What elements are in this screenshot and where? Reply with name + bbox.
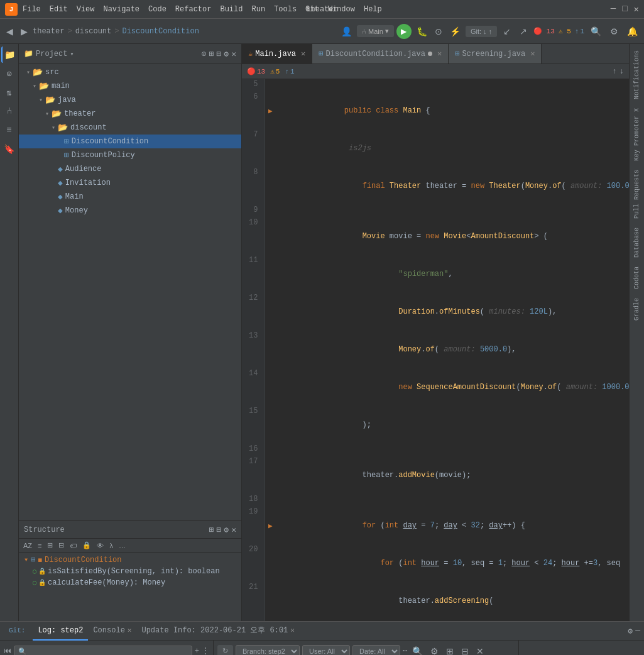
lambda-button[interactable]: λ [107, 541, 115, 550]
structure-collapse-icon[interactable]: ⊟ [217, 525, 222, 535]
tab-main-java[interactable]: ☕ Main.java ✕ [242, 44, 312, 64]
filter-icon[interactable]: ⋯ [403, 646, 407, 655]
main-branch-button[interactable]: ⑃ Main ▾ [357, 25, 394, 37]
menu-code[interactable]: Code [148, 5, 166, 14]
settings-icon[interactable]: ⚙ [628, 626, 633, 636]
nav-first-icon[interactable]: ⏮ [4, 646, 11, 655]
expand-all-button[interactable]: ⊞ [45, 541, 55, 550]
collapse-all-button[interactable]: ⊟ [57, 541, 66, 550]
more-button[interactable]: … [117, 541, 128, 550]
tab-console[interactable]: Console ✕ [88, 622, 136, 641]
tree-item-discountcondition[interactable]: ⊞ DiscountCondition [19, 135, 241, 148]
menu-file[interactable]: File [23, 5, 41, 14]
close-commits-button[interactable]: ✕ [474, 645, 486, 656]
sidebar-structure-icon[interactable]: ≡ [1, 122, 18, 138]
gear-icon[interactable]: 🔔 [625, 25, 640, 38]
minimize-button[interactable]: ─ [611, 4, 616, 14]
menu-help[interactable]: Help [364, 5, 382, 14]
panel-settings-icon[interactable]: ⚙ [224, 49, 229, 59]
minimize-icon[interactable]: ─ [635, 626, 640, 636]
profile-button[interactable]: ⚡ [447, 25, 463, 38]
search-commits-button[interactable]: 🔍 [410, 645, 425, 656]
tab-close-button[interactable]: ✕ [530, 49, 535, 58]
user-select[interactable]: User: All [302, 645, 350, 656]
sidebar-commit-icon[interactable]: ⊙ [1, 65, 18, 82]
structure-expand-icon[interactable]: ⊞ [209, 525, 214, 535]
nav-down-icon[interactable]: ↓ [619, 67, 624, 76]
nav-up-icon[interactable]: ↑ [613, 67, 617, 76]
search-button[interactable]: 🔍 [588, 25, 604, 38]
tree-item-discountpolicy[interactable]: ⊞ DiscountPolicy [19, 148, 241, 162]
refresh-button[interactable]: ↻ [217, 645, 233, 655]
tab-screening[interactable]: ⊞ Screening.java ✕ [449, 44, 542, 64]
more-options-button[interactable]: ⚙ [428, 645, 441, 656]
sidebar-project-icon[interactable]: 📁 [1, 47, 18, 63]
structure-method-1[interactable]: ◯ 🔒 isSatisfiedBy(Screening, int): boole… [21, 566, 239, 577]
panel-search-icon[interactable]: ⊙ [202, 49, 207, 59]
expand-button[interactable]: ⊞ [444, 645, 456, 656]
right-tab-database[interactable]: Database [632, 224, 641, 261]
run-button[interactable]: ▶ [396, 24, 412, 39]
structure-settings-icon[interactable]: ⚙ [224, 525, 229, 535]
sort-type-button[interactable]: ≡ [36, 541, 43, 550]
tree-item-theater[interactable]: ▾ 📂 theater [19, 107, 241, 121]
date-select[interactable]: Date: All [352, 645, 400, 656]
debug-button[interactable]: 🐛 [414, 25, 430, 38]
right-tab-pull-requests[interactable]: Pull Requests [632, 166, 641, 223]
menu-tools[interactable]: Tools [274, 5, 297, 14]
add-branch-icon[interactable]: + [195, 647, 199, 656]
tab-log[interactable]: Log: step2 [33, 622, 88, 641]
sidebar-pullrequest-icon[interactable]: ⇅ [1, 84, 18, 101]
maximize-button[interactable]: □ [622, 4, 627, 14]
panel-close-icon[interactable]: ✕ [231, 49, 236, 59]
right-tab-codota[interactable]: Codota [632, 263, 641, 293]
close-button[interactable]: ✕ [634, 4, 639, 14]
tree-item-java[interactable]: ▾ 📂 java [19, 93, 241, 107]
tab-update[interactable]: Update Info: 2022-06-21 오후 6:01 ✕ [136, 622, 299, 641]
menu-run[interactable]: Run [251, 5, 265, 14]
branch-select[interactable]: Branch: step2 [236, 645, 300, 656]
menu-navigate[interactable]: Navigate [103, 5, 139, 14]
code-editor[interactable]: 5 6 ▶ public class Main { 7 [242, 79, 629, 621]
sidebar-git-icon[interactable]: ⑃ [1, 103, 18, 119]
tree-item-audience[interactable]: ◆ Audience [19, 162, 241, 176]
tab-discountcondition[interactable]: ⊞ DiscountCondition.java ✕ [312, 44, 449, 64]
tab-close-button[interactable]: ✕ [301, 49, 305, 58]
breadcrumb-class[interactable]: DiscountCondition [122, 27, 199, 36]
sort-alpha-button[interactable]: AZ [21, 541, 34, 550]
update-button[interactable]: ↙ [501, 25, 513, 38]
sidebar-bookmark-icon[interactable]: 🔖 [1, 141, 18, 157]
right-tab-notifications[interactable]: Notifications [632, 47, 641, 103]
menu-view[interactable]: View [77, 5, 95, 14]
tree-item-money[interactable]: ◆ Money [19, 204, 241, 217]
push-button[interactable]: ↗ [517, 25, 530, 38]
branch-search-input[interactable] [14, 646, 192, 656]
user-icon[interactable]: 👤 [339, 25, 354, 38]
right-tab-gradle[interactable]: Gradle [632, 294, 641, 324]
nav-back-button[interactable]: ◀ [4, 25, 16, 38]
breadcrumb-discount[interactable]: discount [75, 27, 112, 36]
panel-collapse-icon[interactable]: ⊟ [217, 49, 222, 59]
tab-close-button[interactable]: ✕ [437, 49, 442, 58]
tab-close-button[interactable]: ✕ [128, 626, 132, 634]
tree-item-invitation[interactable]: ◆ Invitation [19, 176, 241, 190]
settings-button[interactable]: ⚙ [608, 25, 621, 38]
menu-build[interactable]: Build [220, 5, 243, 14]
filter-button[interactable]: 🏷 [68, 541, 79, 550]
tree-item-main[interactable]: ▾ 📂 main [19, 79, 241, 93]
git-status-button[interactable]: Git: ↓ ↑ [466, 26, 497, 37]
tree-item-discount[interactable]: ▾ 📂 discount [19, 121, 241, 135]
tree-item-src[interactable]: ▾ 📂 src [19, 65, 241, 79]
collapse-button[interactable]: ⊟ [459, 645, 471, 656]
nav-forward-button[interactable]: ▶ [18, 25, 30, 38]
panel-expand-icon[interactable]: ⊞ [209, 49, 214, 59]
tab-close-button[interactable]: ✕ [290, 626, 295, 634]
lock-button[interactable]: 🔒 [80, 541, 93, 550]
right-tab-key-promoter[interactable]: Key Promoter X [632, 104, 641, 165]
structure-method-2[interactable]: ◯ 🔒 calculateFee(Money): Money [21, 577, 239, 588]
coverage-button[interactable]: ⊙ [432, 25, 445, 38]
menu-refactor[interactable]: Refactor [175, 5, 212, 14]
tree-item-main-class[interactable]: ◆ Main [19, 190, 241, 204]
structure-close-icon[interactable]: ✕ [231, 525, 236, 535]
breadcrumb-theater[interactable]: theater [33, 27, 64, 36]
